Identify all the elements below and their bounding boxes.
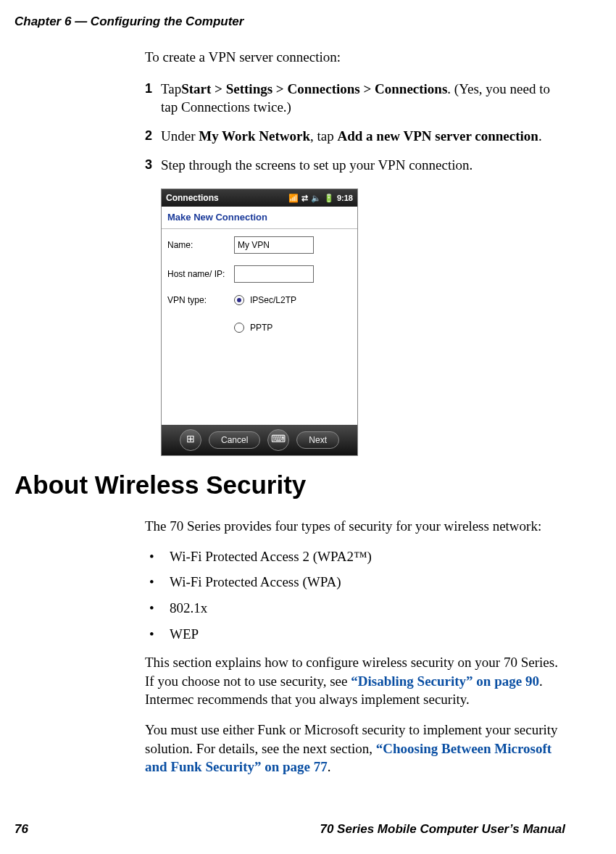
next-button[interactable]: Next xyxy=(296,431,339,449)
bold-text: My Work Network xyxy=(199,128,310,144)
text-fragment: Tap xyxy=(161,81,181,96)
screenshot-body: Name: Host name/ IP: VPN type: IPSec/L2T… xyxy=(162,229,357,425)
xref-disabling-security[interactable]: “Disabling Security” on page 90 xyxy=(351,673,539,689)
text-fragment: . xyxy=(538,128,542,144)
device-screenshot: Connections 📶 ⇄ 🔈 🔋 9:18 Make New Connec… xyxy=(161,188,358,456)
security-types-list: Wi-Fi Protected Access 2 (WPA2™) Wi-Fi P… xyxy=(145,547,565,644)
step-1: 1 TapStart > Settings > Connections > Co… xyxy=(145,80,565,117)
bold-path: Start > Settings > Connections > Connect… xyxy=(181,81,447,96)
radio-label: PPTP xyxy=(250,322,272,333)
screenshot-bottombar: ⊞ Cancel ⌨ Next xyxy=(162,425,357,455)
vpntype-row: VPN type: IPSec/L2TP PPTP xyxy=(167,294,351,333)
step-number: 3 xyxy=(145,156,161,175)
keyboard-button[interactable]: ⌨ xyxy=(267,429,289,451)
list-item: Wi-Fi Protected Access (WPA) xyxy=(145,573,565,592)
text-fragment: Under xyxy=(161,128,199,144)
step-text: Under My Work Network, tap Add a new VPN… xyxy=(161,127,565,146)
step-number: 2 xyxy=(145,127,161,146)
windows-icon: ⊞ xyxy=(186,433,195,447)
cancel-button[interactable]: Cancel xyxy=(209,431,260,449)
page-number: 76 xyxy=(14,822,28,837)
text-fragment: . xyxy=(328,759,331,774)
chapter-header: Chapter 6 — Configuring the Computer xyxy=(14,14,565,29)
status-icons: 📶 ⇄ 🔈 🔋 9:18 xyxy=(288,193,353,204)
step-text: Step through the screens to set up your … xyxy=(161,156,565,175)
radio-dot-icon xyxy=(234,323,244,333)
step-number: 1 xyxy=(145,80,161,117)
clock-text: 9:18 xyxy=(337,193,353,204)
volume-icon: 🔈 xyxy=(311,193,321,204)
name-label: Name: xyxy=(167,239,234,251)
step-3: 3 Step through the screens to set up you… xyxy=(145,156,565,175)
start-button[interactable]: ⊞ xyxy=(180,429,201,451)
list-item: WEP xyxy=(145,625,565,644)
vpn-section: To create a VPN server connection: 1 Tap… xyxy=(145,48,565,456)
radio-dot-selected-icon xyxy=(234,295,244,305)
host-row: Host name/ IP: xyxy=(167,265,351,283)
radio-label: IPSec/L2TP xyxy=(250,294,296,306)
battery-icon: 🔋 xyxy=(324,193,334,204)
section-heading-wireless: About Wireless Security xyxy=(14,470,565,499)
keyboard-icon: ⌨ xyxy=(271,433,286,447)
text-fragment: , tap xyxy=(310,128,337,144)
screenshot-titlebar: Connections 📶 ⇄ 🔈 🔋 9:18 xyxy=(162,189,357,207)
wireless-intro: The 70 Series provides four types of sec… xyxy=(145,517,565,536)
manual-title: 70 Series Mobile Computer User’s Manual xyxy=(320,822,565,837)
step-2: 2 Under My Work Network, tap Add a new V… xyxy=(145,127,565,146)
screenshot-title: Connections xyxy=(166,192,219,204)
signal-icon: 📶 xyxy=(288,193,299,204)
wireless-para-2: You must use either Funk or Microsoft se… xyxy=(145,721,565,776)
name-input[interactable] xyxy=(234,236,314,254)
host-label: Host name/ IP: xyxy=(167,268,234,280)
step-text: TapStart > Settings > Connections > Conn… xyxy=(161,80,565,117)
screenshot-subtitle: Make New Connection xyxy=(162,207,357,229)
radio-pptp[interactable]: PPTP xyxy=(234,322,296,333)
radio-ipsec[interactable]: IPSec/L2TP xyxy=(234,294,296,306)
host-input[interactable] xyxy=(234,265,314,283)
vpn-intro: To create a VPN server connection: xyxy=(145,48,565,67)
vpntype-options: IPSec/L2TP PPTP xyxy=(234,294,296,333)
list-item: Wi-Fi Protected Access 2 (WPA2™) xyxy=(145,547,565,566)
wireless-section: The 70 Series provides four types of sec… xyxy=(145,517,565,776)
page-footer: 76 70 Series Mobile Computer User’s Manu… xyxy=(14,822,565,837)
name-row: Name: xyxy=(167,236,351,254)
vpntype-label: VPN type: xyxy=(167,294,234,306)
wireless-para-1: This section explains how to configure w… xyxy=(145,653,565,709)
list-item: 802.1x xyxy=(145,599,565,618)
connection-icon: ⇄ xyxy=(301,193,308,204)
bold-text: Add a new VPN server connection xyxy=(337,128,538,144)
